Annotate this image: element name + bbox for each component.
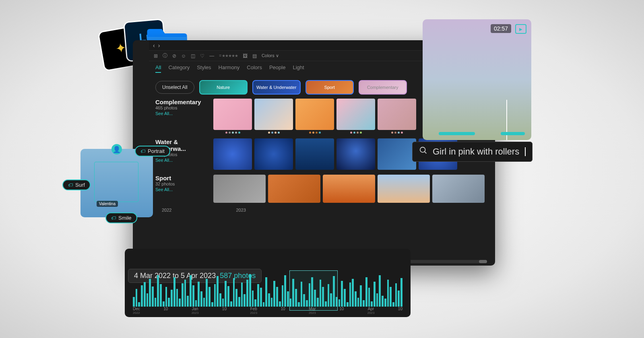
- timeline-bar[interactable]: [387, 280, 389, 307]
- person-card[interactable]: 👤 Valentina: [80, 149, 153, 217]
- timeline-bar[interactable]: [371, 301, 373, 307]
- chip-comp[interactable]: Complementary: [359, 80, 407, 95]
- timeline-bar[interactable]: [155, 298, 157, 307]
- timeline-bar[interactable]: [195, 300, 197, 307]
- nav-forward-icon[interactable]: ›: [158, 42, 160, 49]
- thumbnail[interactable]: [378, 138, 416, 170]
- timeline-bar[interactable]: [276, 287, 278, 307]
- timeline-bar[interactable]: [257, 284, 259, 307]
- timeline-bar[interactable]: [268, 293, 270, 307]
- thumbnail[interactable]: [378, 175, 430, 203]
- timeline-bar[interactable]: [168, 298, 170, 307]
- timeline-bar[interactable]: [395, 283, 397, 307]
- timeline-bar[interactable]: [219, 293, 221, 307]
- video-scrubber[interactable]: [429, 132, 525, 135]
- timeline-bar[interactable]: [284, 275, 286, 307]
- timeline-bar[interactable]: [235, 289, 237, 307]
- tab-colors[interactable]: Colors: [247, 64, 262, 73]
- timeline-bar[interactable]: [160, 284, 162, 307]
- timeline-bar[interactable]: [392, 302, 394, 307]
- timeline-bar[interactable]: [349, 282, 351, 307]
- nav-back-icon[interactable]: ‹: [153, 42, 155, 49]
- thumbnail[interactable]: [213, 99, 252, 130]
- keyword-tag-smile[interactable]: 🏷Smile: [105, 212, 137, 223]
- timeline-bar[interactable]: [282, 285, 284, 307]
- tab-light[interactable]: Light: [293, 64, 304, 73]
- timeline-bar[interactable]: [263, 302, 265, 307]
- timeline-bar[interactable]: [244, 294, 246, 307]
- timeline-bar[interactable]: [287, 291, 289, 307]
- timeline-bar[interactable]: [208, 287, 211, 307]
- thumbnail[interactable]: [378, 99, 416, 130]
- crop-icon[interactable]: ◫: [191, 53, 195, 59]
- chip-water[interactable]: Water & Underwater: [252, 80, 301, 95]
- timeline-bar[interactable]: [341, 281, 343, 307]
- person-icon[interactable]: ☺: [181, 53, 186, 59]
- timeline-bar[interactable]: [214, 284, 216, 307]
- info-icon[interactable]: ⓘ: [163, 52, 167, 59]
- thumbnail[interactable]: [213, 138, 252, 170]
- timeline-bar[interactable]: [182, 283, 184, 307]
- timeline-bar[interactable]: [339, 299, 341, 307]
- timeline-bar[interactable]: [200, 291, 202, 307]
- timeline-bar[interactable]: [192, 285, 194, 307]
- thumbnail[interactable]: [268, 175, 320, 203]
- tab-harmony[interactable]: Harmony: [219, 64, 240, 73]
- timeline-bar[interactable]: [171, 290, 173, 307]
- timeline-bar[interactable]: [360, 285, 362, 307]
- layers-icon[interactable]: ▤: [252, 53, 257, 59]
- timeline-bar[interactable]: [376, 293, 378, 307]
- timeline-bar[interactable]: [179, 299, 181, 307]
- timeline-bar[interactable]: [141, 285, 143, 307]
- ai-search-bar[interactable]: Girl in pink with rollers: [412, 142, 533, 162]
- timeline-bar[interactable]: [138, 302, 140, 307]
- timeline-bar[interactable]: [133, 297, 135, 307]
- timeline-bar[interactable]: [390, 287, 392, 307]
- timeline-bar[interactable]: [157, 275, 159, 307]
- timeline-bar[interactable]: [222, 299, 224, 307]
- timeline-bar[interactable]: [347, 302, 349, 307]
- timeline-bar[interactable]: [365, 277, 367, 307]
- thumbnail[interactable]: [254, 138, 293, 170]
- thumbnail[interactable]: [336, 99, 375, 130]
- thumbnail[interactable]: [254, 99, 293, 130]
- see-all-link[interactable]: See All...: [155, 158, 208, 163]
- timeline-bar[interactable]: [144, 282, 146, 307]
- timeline-bar[interactable]: [363, 300, 365, 307]
- see-all-link[interactable]: See All...: [155, 187, 208, 192]
- timeline-bar[interactable]: [233, 278, 235, 307]
- timeline-bar[interactable]: [203, 298, 205, 307]
- timeline-bar[interactable]: [149, 279, 151, 307]
- timeline-bar[interactable]: [352, 279, 354, 307]
- timeline-bar[interactable]: [400, 278, 402, 307]
- timeline-bar[interactable]: [165, 287, 167, 307]
- timeline-bar[interactable]: [225, 281, 227, 307]
- rating-stars[interactable]: = ★★★★★: [219, 54, 238, 58]
- timeline-bar[interactable]: [398, 291, 400, 307]
- tab-people[interactable]: People: [269, 64, 285, 73]
- heart-icon[interactable]: ♡: [200, 53, 204, 59]
- thumbnail[interactable]: [336, 138, 375, 170]
- thumbnail-size-icon[interactable]: ⊞: [154, 53, 158, 59]
- thumbnail[interactable]: [432, 175, 485, 203]
- timeline-bar[interactable]: [249, 274, 251, 307]
- unselect-all-button[interactable]: Unselect All: [155, 81, 194, 94]
- clip-segment[interactable]: [439, 132, 475, 135]
- timeline-bar[interactable]: [254, 299, 256, 307]
- timeline-bar[interactable]: [217, 276, 219, 307]
- keyword-tag-surf[interactable]: 🏷Surf: [62, 179, 91, 190]
- timeline-bar[interactable]: [384, 299, 386, 307]
- timeline-bar[interactable]: [246, 280, 248, 307]
- timeline-bar[interactable]: [344, 289, 346, 307]
- timeline-bar[interactable]: [260, 288, 262, 307]
- chip-sport[interactable]: Sport: [305, 80, 354, 95]
- timeline-bar[interactable]: [173, 277, 175, 307]
- timeline-bar[interactable]: [187, 296, 189, 307]
- timeline-chart[interactable]: [133, 274, 402, 307]
- timeline-bar[interactable]: [252, 291, 254, 307]
- chip-nature[interactable]: Nature: [199, 80, 248, 95]
- timeline-bar[interactable]: [176, 289, 178, 307]
- timeline-bar[interactable]: [190, 275, 192, 307]
- timeline-bar[interactable]: [206, 279, 208, 307]
- thumbnail[interactable]: [213, 175, 266, 203]
